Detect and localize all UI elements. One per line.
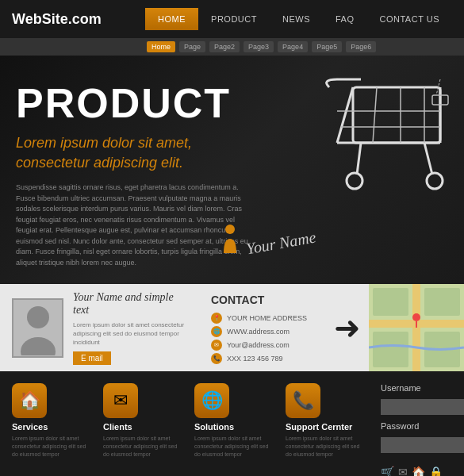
contact-phone-row: 📞 XXX 123 456 789 xyxy=(211,353,314,364)
contact-address: YOUR HOME ADDRESS xyxy=(227,314,307,322)
username-label: Username xyxy=(381,383,464,393)
nav-contact[interactable]: CONTACT US xyxy=(367,8,453,30)
support-icon: 📞 xyxy=(286,383,320,418)
header: WebSite.com HOME PRODUCT NEWS FAQ CONTAC… xyxy=(0,0,464,38)
arrow-area: ➜ xyxy=(326,284,369,371)
home-icon-small: 🏠 xyxy=(412,466,425,476)
svg-rect-0 xyxy=(353,87,440,143)
email-button[interactable]: E mail xyxy=(73,351,111,365)
map-area xyxy=(369,284,464,371)
contact-website-row: 🌐 WWW.address.com xyxy=(211,326,314,337)
subnav-home[interactable]: Home xyxy=(147,41,175,52)
contact-email-row: ✉ Your@address.com xyxy=(211,340,314,351)
service-item-clients: ✉ Clients Lorem ipsum dolor sit amet con… xyxy=(103,383,182,476)
website-icon: 🌐 xyxy=(211,326,222,337)
support-label: Support Cernter xyxy=(286,422,352,432)
clients-icon: ✉ xyxy=(103,383,138,418)
contact-website: WWW.address.com xyxy=(227,328,290,336)
contact-address-row: 📍 YOUR HOME ADDRESS xyxy=(211,313,314,324)
svg-rect-23 xyxy=(424,288,460,316)
contact-title: CONTACT xyxy=(211,294,314,306)
services-label: Services xyxy=(12,422,48,432)
svg-line-9 xyxy=(357,143,361,175)
subnav-page3[interactable]: Page3 xyxy=(244,41,274,52)
service-items: 🏠 Services Lorem ipsum dolor sit amet co… xyxy=(12,383,365,476)
svg-line-6 xyxy=(373,87,377,143)
subnav-page5[interactable]: Page5 xyxy=(312,41,342,52)
cart-icon: 🛒 xyxy=(381,466,394,476)
footer-icons: 🛒 ✉ 🏠 🔒 xyxy=(381,466,464,476)
password-input[interactable] xyxy=(381,437,464,453)
mail-icon: ✉ xyxy=(398,466,408,476)
nav-news[interactable]: NEWS xyxy=(270,8,323,30)
password-label: Password xyxy=(381,421,464,431)
service-item-support: 📞 Support Cernter Lorem ipsum dolor sit … xyxy=(286,383,365,476)
svg-rect-24 xyxy=(373,332,408,367)
email-icon: ✉ xyxy=(211,340,222,351)
nav-product[interactable]: PRODUCT xyxy=(198,8,270,30)
svg-point-15 xyxy=(225,225,235,234)
sub-nav: Home Page Page2 Page3 Page4 Page5 Page6 xyxy=(0,38,464,56)
contact-details: CONTACT 📍 YOUR HOME ADDRESS 🌐 WWW.addres… xyxy=(199,284,326,371)
services-desc: Lorem ipsum dolor sit amet consectetur a… xyxy=(12,435,91,458)
address-icon: 📍 xyxy=(211,313,222,324)
contact-info: Your Name and simple text Lorem ipsum do… xyxy=(73,291,187,366)
clients-desc: Lorem ipsum dolor sit amet consectetur a… xyxy=(103,435,182,458)
contact-strip: Your Name and simple text Lorem ipsum do… xyxy=(0,284,464,371)
contact-phone: XXX 123 456 789 xyxy=(227,355,283,363)
subnav-page1[interactable]: Page xyxy=(179,41,205,52)
svg-point-12 xyxy=(427,173,443,189)
avatar xyxy=(12,298,63,358)
nav-bar: HOME PRODUCT NEWS FAQ CONTACT US xyxy=(145,8,452,30)
solutions-desc: Lorem ipsum dolor sit amet consectetur a… xyxy=(194,435,274,458)
hero-signature: Your Name xyxy=(245,228,317,259)
svg-point-17 xyxy=(27,306,49,328)
contact-desc: Lorem ipsum dolor sit amet consectetur a… xyxy=(73,321,187,347)
svg-point-11 xyxy=(347,173,362,189)
svg-rect-22 xyxy=(373,288,408,316)
solutions-label: Solutions xyxy=(194,422,234,432)
subnav-page6[interactable]: Page6 xyxy=(346,41,376,52)
solutions-icon: 🌐 xyxy=(194,383,229,418)
svg-line-1 xyxy=(337,87,353,143)
services-icon: 🏠 xyxy=(12,383,47,418)
hero-section: PRODUCT Lorem ipsum dolor sit amet,conse… xyxy=(0,56,464,284)
phone-icon: 📞 xyxy=(211,353,222,364)
person-icon xyxy=(222,223,238,260)
hero-body: Suspendisse sagittis ornare risus, eget … xyxy=(16,182,254,268)
nav-home[interactable]: HOME xyxy=(145,8,198,30)
subnav-page4[interactable]: Page4 xyxy=(278,41,308,52)
logo: WebSite.com xyxy=(12,11,145,28)
service-item-solutions: 🌐 Solutions Lorem ipsum dolor sit amet c… xyxy=(194,383,274,476)
contact-profile: Your Name and simple text Lorem ipsum do… xyxy=(0,284,199,371)
support-desc: Lorem ipsum dolor sit amet consectetur a… xyxy=(286,435,365,458)
services-footer: 🏠 Services Lorem ipsum dolor sit amet co… xyxy=(0,371,464,476)
cart-illustration xyxy=(313,71,456,214)
contact-name: Your Name and simple text xyxy=(73,291,187,317)
contact-email: Your@address.com xyxy=(227,341,290,349)
username-input[interactable] xyxy=(381,399,464,415)
lock-icon: 🔒 xyxy=(429,466,443,476)
subnav-page2[interactable]: Page2 xyxy=(209,41,240,52)
svg-line-10 xyxy=(424,143,432,175)
service-item-services: 🏠 Services Lorem ipsum dolor sit amet co… xyxy=(12,383,91,476)
svg-point-26 xyxy=(412,313,420,321)
arrow-icon: ➜ xyxy=(334,309,361,346)
login-area: Username Password 🛒 ✉ 🏠 🔒 xyxy=(381,383,464,476)
nav-faq[interactable]: FAQ xyxy=(323,8,367,30)
clients-label: Clients xyxy=(103,422,132,432)
